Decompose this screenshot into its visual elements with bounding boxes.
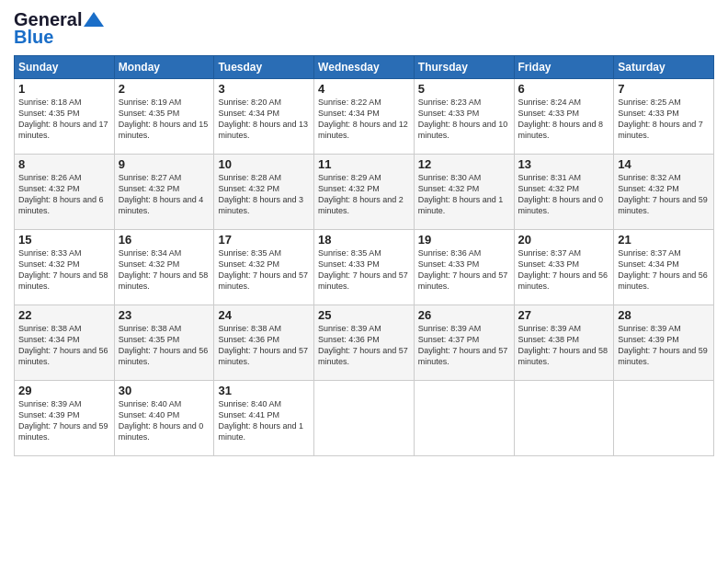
day-detail: Sunrise: 8:25 AM Sunset: 4:33 PM Dayligh… — [618, 98, 703, 140]
calendar-cell — [314, 381, 415, 456]
col-monday: Monday — [114, 56, 214, 79]
calendar-cell: 28 Sunrise: 8:39 AM Sunset: 4:39 PM Dayl… — [614, 305, 714, 381]
day-number: 9 — [119, 157, 210, 171]
day-number: 14 — [618, 157, 710, 171]
calendar-cell: 30 Sunrise: 8:40 AM Sunset: 4:40 PM Dayl… — [114, 381, 214, 456]
calendar-cell: 11 Sunrise: 8:29 AM Sunset: 4:32 PM Dayl… — [314, 155, 415, 230]
calendar-cell: 21 Sunrise: 8:37 AM Sunset: 4:34 PM Dayl… — [614, 230, 714, 305]
calendar-cell: 8 Sunrise: 8:26 AM Sunset: 4:32 PM Dayli… — [15, 155, 115, 230]
day-detail: Sunrise: 8:39 AM Sunset: 4:39 PM Dayligh… — [18, 399, 108, 442]
day-number: 7 — [618, 82, 710, 96]
day-detail: Sunrise: 8:39 AM Sunset: 4:37 PM Dayligh… — [418, 324, 508, 366]
day-number: 15 — [18, 233, 110, 247]
day-detail: Sunrise: 8:27 AM Sunset: 4:32 PM Dayligh… — [119, 173, 204, 215]
day-number: 13 — [518, 157, 610, 171]
calendar-cell: 17 Sunrise: 8:35 AM Sunset: 4:32 PM Dayl… — [214, 230, 314, 305]
day-number: 22 — [18, 308, 110, 322]
calendar-cell: 16 Sunrise: 8:34 AM Sunset: 4:32 PM Dayl… — [114, 230, 214, 305]
day-number: 18 — [318, 233, 410, 247]
col-saturday: Saturday — [614, 56, 714, 79]
calendar-cell: 27 Sunrise: 8:39 AM Sunset: 4:38 PM Dayl… — [514, 305, 614, 381]
day-detail: Sunrise: 8:28 AM Sunset: 4:32 PM Dayligh… — [218, 173, 303, 215]
day-detail: Sunrise: 8:24 AM Sunset: 4:33 PM Dayligh… — [518, 98, 604, 140]
day-number: 5 — [418, 82, 510, 96]
calendar-cell: 18 Sunrise: 8:35 AM Sunset: 4:33 PM Dayl… — [314, 230, 415, 305]
day-number: 23 — [119, 308, 210, 322]
page: General Blue Sunday Monday Tuesday Wedne… — [0, 0, 728, 465]
calendar-cell: 25 Sunrise: 8:39 AM Sunset: 4:36 PM Dayl… — [314, 305, 415, 381]
svg-marker-0 — [84, 12, 104, 27]
day-number: 6 — [518, 82, 610, 96]
calendar-header-row: Sunday Monday Tuesday Wednesday Thursday… — [15, 56, 714, 79]
calendar-cell: 5 Sunrise: 8:23 AM Sunset: 4:33 PM Dayli… — [414, 79, 514, 155]
day-number: 3 — [218, 82, 310, 96]
calendar-cell: 14 Sunrise: 8:32 AM Sunset: 4:32 PM Dayl… — [614, 155, 714, 230]
calendar-cell: 10 Sunrise: 8:28 AM Sunset: 4:32 PM Dayl… — [214, 155, 314, 230]
col-sunday: Sunday — [15, 56, 115, 79]
day-number: 2 — [119, 82, 210, 96]
day-detail: Sunrise: 8:20 AM Sunset: 4:34 PM Dayligh… — [218, 98, 308, 140]
day-number: 16 — [119, 233, 210, 247]
day-detail: Sunrise: 8:26 AM Sunset: 4:32 PM Dayligh… — [18, 173, 104, 215]
calendar-cell: 26 Sunrise: 8:39 AM Sunset: 4:37 PM Dayl… — [414, 305, 514, 381]
col-friday: Friday — [514, 56, 614, 79]
calendar-cell: 2 Sunrise: 8:19 AM Sunset: 4:35 PM Dayli… — [114, 79, 214, 155]
day-number: 27 — [518, 308, 610, 322]
calendar-cell — [614, 381, 714, 456]
day-detail: Sunrise: 8:19 AM Sunset: 4:35 PM Dayligh… — [119, 98, 209, 140]
day-detail: Sunrise: 8:33 AM Sunset: 4:32 PM Dayligh… — [18, 248, 108, 291]
day-number: 29 — [18, 384, 110, 397]
day-detail: Sunrise: 8:36 AM Sunset: 4:33 PM Dayligh… — [418, 248, 508, 291]
calendar-cell: 9 Sunrise: 8:27 AM Sunset: 4:32 PM Dayli… — [114, 155, 214, 230]
day-number: 12 — [418, 157, 510, 171]
calendar-body: 1 Sunrise: 8:18 AM Sunset: 4:35 PM Dayli… — [15, 79, 714, 456]
day-detail: Sunrise: 8:18 AM Sunset: 4:35 PM Dayligh… — [18, 98, 108, 140]
calendar-cell: 19 Sunrise: 8:36 AM Sunset: 4:33 PM Dayl… — [414, 230, 514, 305]
col-thursday: Thursday — [414, 56, 514, 79]
logo: General Blue — [14, 9, 104, 48]
day-detail: Sunrise: 8:35 AM Sunset: 4:33 PM Dayligh… — [318, 248, 408, 291]
calendar-cell: 22 Sunrise: 8:38 AM Sunset: 4:34 PM Dayl… — [15, 305, 115, 381]
calendar-cell: 12 Sunrise: 8:30 AM Sunset: 4:32 PM Dayl… — [414, 155, 514, 230]
day-number: 1 — [18, 82, 110, 96]
day-detail: Sunrise: 8:38 AM Sunset: 4:35 PM Dayligh… — [119, 324, 209, 366]
calendar-week-row: 15 Sunrise: 8:33 AM Sunset: 4:32 PM Dayl… — [15, 230, 714, 305]
logo-icon — [84, 12, 104, 27]
calendar-cell: 31 Sunrise: 8:40 AM Sunset: 4:41 PM Dayl… — [214, 381, 314, 456]
header: General Blue — [14, 9, 714, 48]
day-detail: Sunrise: 8:40 AM Sunset: 4:41 PM Dayligh… — [218, 399, 303, 442]
day-detail: Sunrise: 8:38 AM Sunset: 4:36 PM Dayligh… — [218, 324, 308, 366]
day-detail: Sunrise: 8:29 AM Sunset: 4:32 PM Dayligh… — [318, 173, 404, 215]
day-detail: Sunrise: 8:40 AM Sunset: 4:40 PM Dayligh… — [119, 399, 204, 442]
day-number: 26 — [418, 308, 510, 322]
calendar-cell — [514, 381, 614, 456]
day-detail: Sunrise: 8:39 AM Sunset: 4:36 PM Dayligh… — [318, 324, 408, 366]
day-detail: Sunrise: 8:32 AM Sunset: 4:32 PM Dayligh… — [618, 173, 708, 215]
calendar-cell: 15 Sunrise: 8:33 AM Sunset: 4:32 PM Dayl… — [15, 230, 115, 305]
day-number: 17 — [218, 233, 310, 247]
calendar-cell — [414, 381, 514, 456]
day-number: 21 — [618, 233, 710, 247]
calendar-cell: 24 Sunrise: 8:38 AM Sunset: 4:36 PM Dayl… — [214, 305, 314, 381]
day-number: 11 — [318, 157, 410, 171]
calendar-week-row: 22 Sunrise: 8:38 AM Sunset: 4:34 PM Dayl… — [15, 305, 714, 381]
day-number: 19 — [418, 233, 510, 247]
day-number: 4 — [318, 82, 410, 96]
calendar-week-row: 8 Sunrise: 8:26 AM Sunset: 4:32 PM Dayli… — [15, 155, 714, 230]
day-detail: Sunrise: 8:31 AM Sunset: 4:32 PM Dayligh… — [518, 173, 604, 215]
calendar-week-row: 29 Sunrise: 8:39 AM Sunset: 4:39 PM Dayl… — [15, 381, 714, 456]
day-number: 31 — [218, 384, 310, 397]
day-number: 28 — [618, 308, 710, 322]
day-detail: Sunrise: 8:37 AM Sunset: 4:34 PM Dayligh… — [618, 248, 708, 291]
day-detail: Sunrise: 8:39 AM Sunset: 4:38 PM Dayligh… — [518, 324, 609, 366]
day-detail: Sunrise: 8:39 AM Sunset: 4:39 PM Dayligh… — [618, 324, 708, 366]
day-detail: Sunrise: 8:38 AM Sunset: 4:34 PM Dayligh… — [18, 324, 108, 366]
calendar-cell: 6 Sunrise: 8:24 AM Sunset: 4:33 PM Dayli… — [514, 79, 614, 155]
col-wednesday: Wednesday — [314, 56, 415, 79]
day-detail: Sunrise: 8:37 AM Sunset: 4:33 PM Dayligh… — [518, 248, 609, 291]
day-number: 25 — [318, 308, 410, 322]
calendar-cell: 20 Sunrise: 8:37 AM Sunset: 4:33 PM Dayl… — [514, 230, 614, 305]
day-number: 30 — [119, 384, 210, 397]
day-detail: Sunrise: 8:22 AM Sunset: 4:34 PM Dayligh… — [318, 98, 408, 140]
calendar-cell: 4 Sunrise: 8:22 AM Sunset: 4:34 PM Dayli… — [314, 79, 415, 155]
